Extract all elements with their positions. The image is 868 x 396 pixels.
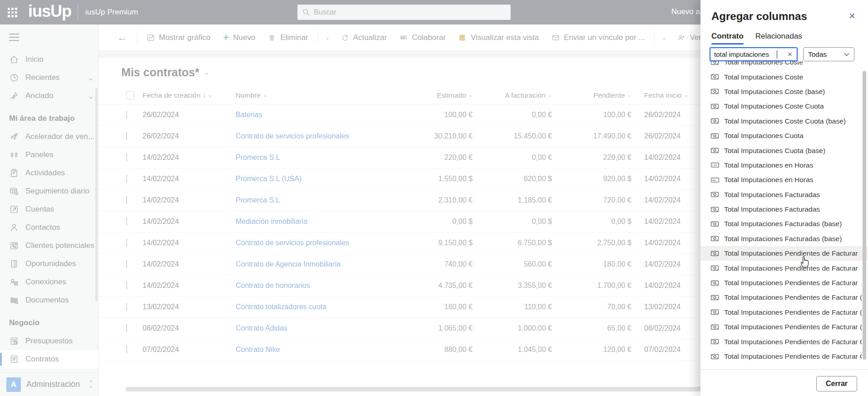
column-option[interactable]: Total Imputaciones Pendientes de Factura… [700, 349, 868, 364]
column-option[interactable]: Total Imputaciones Pendientes de Factura… [700, 334, 868, 349]
money-icon [710, 103, 720, 110]
text-caret [777, 50, 777, 59]
column-option-label: Total Imputaciones Coste [724, 73, 803, 81]
money-icon [710, 235, 720, 242]
column-option-label: Total Imputaciones Pendientes de Factura… [724, 264, 858, 272]
column-option-label: Total Imputaciones Cuota (base) [724, 147, 825, 155]
svg-text:123: 123 [712, 164, 717, 167]
tab-relacionadas[interactable]: Relacionadas [755, 32, 802, 45]
money-icon [710, 88, 720, 95]
tab-contrato[interactable]: Contrato [711, 32, 744, 45]
column-option-label: Total Imputaciones Coste Cuota (base) [724, 117, 846, 125]
column-option-label: Total Imputaciones Pendientes de Factura… [724, 308, 862, 317]
column-option-label: Total Imputaciones Pendientes de Factura… [724, 338, 862, 346]
column-option-label: Total Imputaciones Facturadas (base) [724, 220, 842, 228]
column-option[interactable]: Total Imputaciones Coste [700, 69, 868, 84]
money-icon [710, 250, 720, 257]
column-option[interactable]: Total Imputaciones Facturadas (base) [700, 232, 868, 246]
money-icon [710, 133, 720, 139]
money-icon [710, 118, 720, 124]
text-icon: Abc [710, 177, 720, 183]
panel-scrollbar[interactable] [863, 71, 866, 360]
column-option-label: Total Imputaciones Pendientes de Factura… [724, 279, 858, 287]
number-icon: 123 [710, 162, 720, 168]
money-icon [710, 265, 720, 272]
cerrar-button[interactable]: Cerrar [816, 376, 857, 391]
column-option[interactable]: Total Imputaciones Facturadas [700, 188, 868, 202]
column-option[interactable]: Total Imputaciones Facturadas (base) [700, 217, 868, 231]
add-columns-panel: Agregar columnas × Contrato Relacionadas… [700, 0, 868, 396]
column-option-label: Total Imputaciones en Horas [724, 176, 813, 184]
close-panel-icon[interactable]: × [846, 10, 858, 22]
column-option[interactable]: AbcTotal Imputaciones en Horas [700, 173, 868, 187]
column-option-label: Total Imputaciones Pendientes de Factura… [724, 249, 858, 257]
column-option-label: Total Imputaciones Facturadas (base) [724, 235, 842, 243]
column-option[interactable]: Total Imputaciones Pendientes de Factura… [700, 305, 868, 320]
modal-dim-overlay [0, 0, 700, 396]
column-option[interactable]: Total Imputaciones Coste (base) [700, 84, 868, 99]
column-option[interactable]: Total Imputaciones Pendientes de Factura… [700, 290, 868, 305]
panel-title: Agregar columnas [711, 10, 807, 23]
column-option[interactable]: Total Imputaciones Pendientes de Factura… [700, 276, 868, 290]
column-option-label: Total Imputaciones Facturadas [724, 191, 820, 199]
column-type-dropdown[interactable]: Todas [803, 47, 854, 61]
column-option[interactable]: Total Imputaciones Facturadas [700, 202, 868, 217]
column-option-label: Total Imputaciones Pendientes de Factura… [724, 323, 862, 331]
column-option[interactable]: Total Imputaciones Cuota (base) [700, 143, 868, 158]
money-icon [710, 338, 720, 345]
panel-tabs: Contrato Relacionadas [700, 23, 868, 45]
column-option-label: Total Imputaciones Pendientes de Factura… [724, 293, 862, 302]
money-icon [710, 324, 720, 331]
column-option-label: Total Imputaciones en Horas [724, 161, 813, 169]
money-icon [710, 206, 720, 213]
column-option[interactable]: Total Imputaciones Cuota [700, 129, 868, 143]
clear-search-icon[interactable]: × [786, 50, 794, 59]
column-option[interactable]: Total Imputaciones Pendientes de Factura… [700, 320, 868, 334]
column-list: Total Imputaciones CosteTotal Imputacion… [700, 55, 868, 369]
money-icon [710, 74, 720, 80]
column-option-label: Total Imputaciones Facturadas [724, 205, 820, 213]
column-search-input[interactable] [714, 50, 777, 58]
column-option-label: Total Imputaciones Coste (base) [724, 88, 825, 96]
money-icon [710, 309, 720, 316]
column-option[interactable]: 123Total Imputaciones en Horas [700, 158, 868, 173]
column-search-box[interactable]: × [710, 47, 798, 61]
column-option-label: Total Imputaciones Coste Cuota [724, 102, 824, 110]
money-icon [710, 147, 720, 154]
column-option[interactable]: Total Imputaciones Coste Cuota [700, 99, 868, 114]
money-icon [710, 191, 720, 198]
column-option[interactable]: Total Imputaciones Pendientes de Factura… [700, 246, 868, 261]
column-option[interactable]: Total Imputaciones Coste Cuota (base) [700, 114, 868, 129]
column-option-label: Total Imputaciones Cuota [724, 132, 804, 140]
money-icon [710, 353, 720, 360]
money-icon [710, 280, 720, 287]
chevron-down-icon [844, 53, 849, 56]
money-icon [710, 294, 720, 301]
column-option[interactable]: Total Imputaciones Pendientes de Factura… [700, 261, 868, 275]
column-option-label: Total Imputaciones Pendientes de Factura… [724, 352, 862, 361]
money-icon [710, 221, 720, 228]
svg-text:Abc: Abc [712, 179, 716, 182]
